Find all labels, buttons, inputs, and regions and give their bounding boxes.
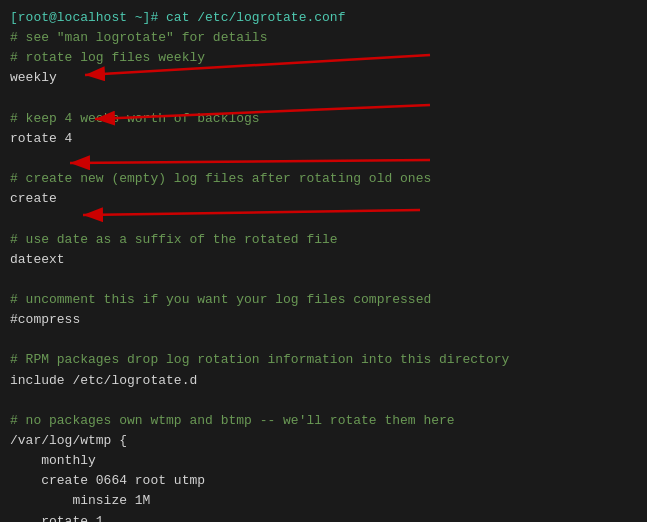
empty-line bbox=[10, 89, 637, 109]
keyword-line: /var/log/wtmp { bbox=[10, 431, 637, 451]
terminal-window: [root@localhost ~]# cat /etc/logrotate.c… bbox=[0, 0, 647, 522]
keyword-line: monthly bbox=[10, 451, 637, 471]
keyword-line: minsize 1M bbox=[10, 491, 637, 511]
empty-line bbox=[10, 391, 637, 411]
keyword-line: rotate 1 bbox=[10, 512, 637, 522]
keyword-line: weekly bbox=[10, 68, 637, 88]
keyword-line: dateext bbox=[10, 250, 637, 270]
keyword-line: create 0664 root utmp bbox=[10, 471, 637, 491]
comment-line: # use date as a suffix of the rotated fi… bbox=[10, 230, 637, 250]
comment-line: # RPM packages drop log rotation informa… bbox=[10, 350, 637, 370]
comment-line: # keep 4 weeks worth of backlogs bbox=[10, 109, 637, 129]
empty-line bbox=[10, 149, 637, 169]
comment-line: # rotate log files weekly bbox=[10, 48, 637, 68]
empty-line bbox=[10, 209, 637, 229]
keyword-line: #compress bbox=[10, 310, 637, 330]
comment-line: # no packages own wtmp and btmp -- we'll… bbox=[10, 411, 637, 431]
keyword-line: include /etc/logrotate.d bbox=[10, 371, 637, 391]
empty-line bbox=[10, 270, 637, 290]
empty-line bbox=[10, 330, 637, 350]
comment-line: # see "man logrotate" for details bbox=[10, 28, 637, 48]
prompt-line: [root@localhost ~]# cat /etc/logrotate.c… bbox=[10, 8, 637, 28]
comment-line: # uncomment this if you want your log fi… bbox=[10, 290, 637, 310]
comment-line: # create new (empty) log files after rot… bbox=[10, 169, 637, 189]
keyword-line: create bbox=[10, 189, 637, 209]
keyword-line: rotate 4 bbox=[10, 129, 637, 149]
